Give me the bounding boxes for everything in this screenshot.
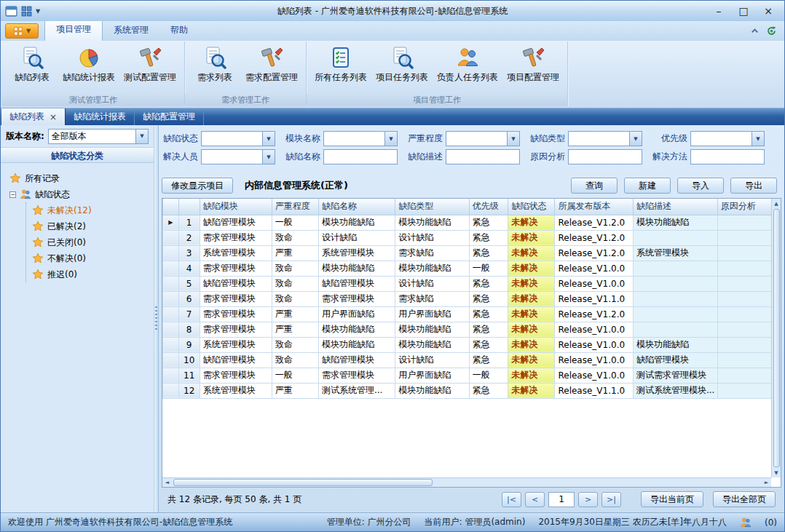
column-header-7[interactable]: 缺陷描述	[633, 199, 717, 215]
export-all-pages-button[interactable]: 导出全部页	[713, 491, 776, 507]
import-button[interactable]: 导入	[677, 178, 724, 194]
filter-row-row1: 缺陷状态▼模块名称▼严重程度▼缺陷类型▼优先级▼	[162, 130, 783, 148]
filter-combo-row1-3[interactable]: ▼	[568, 131, 642, 146]
new-button[interactable]: 新建	[624, 178, 671, 194]
tree-item-defect-status[interactable]: − 缺陷状态	[7, 186, 148, 202]
ribbon-button-2-3[interactable]: 项目配置管理	[503, 44, 563, 85]
first-page-button[interactable]: |<	[502, 492, 521, 507]
filter-input-row2-1[interactable]	[323, 149, 398, 164]
ribbon-button-label: 项目配置管理	[507, 71, 559, 84]
grid-cell: 紧急	[469, 306, 508, 322]
filter-combo-row1-4[interactable]: ▼	[690, 131, 765, 146]
table-row[interactable]: 9系统管理模块致命模块功能缺陷模块功能缺陷紧急未解决Release_V1.0.0…	[163, 337, 772, 352]
table-row[interactable]: ▶1缺陷管理模块一般模块功能缺陷模块功能缺陷紧急未解决Release_V1.2.…	[163, 215, 772, 230]
application-menu-button[interactable]: ▼	[5, 23, 39, 39]
export-button[interactable]: 导出	[730, 178, 777, 194]
ribbon-tab-0[interactable]: 项目管理	[44, 19, 103, 41]
ribbon-group-0: 缺陷列表缺陷统计报表测试配置管理测试管理工作	[2, 41, 185, 106]
close-button[interactable]: ×	[757, 4, 780, 18]
prev-page-button[interactable]: <	[525, 492, 545, 507]
table-row[interactable]: 5缺陷管理模块致命缺陷管理模块设计缺陷紧急未解决Release_V1.0.0	[163, 276, 772, 291]
doc-tab-1[interactable]: 缺陷统计报表	[66, 108, 135, 125]
column-header-3[interactable]: 缺陷类型	[395, 199, 469, 215]
maximize-button[interactable]: □	[732, 4, 755, 18]
column-header-6[interactable]: 所属发布版本	[555, 199, 633, 215]
ribbon-button-2-1[interactable]: 项目任务列表	[372, 44, 432, 85]
tree-item-status-1[interactable]: 已解决(2)	[32, 218, 148, 234]
grid-vertical-scrollbar[interactable]: ▲ ▼	[771, 199, 781, 477]
app-icon[interactable]	[5, 5, 17, 17]
table-row[interactable]: 10缺陷管理模块致命缺陷管理模块设计缺陷紧急未解决Release_V1.0.0缺…	[163, 352, 772, 368]
vertical-scroll-thumb[interactable]	[773, 209, 780, 467]
query-button[interactable]: 查询	[571, 178, 618, 194]
quick-access-dropdown-icon[interactable]: ▼	[36, 8, 40, 15]
filter-combo-row2-0[interactable]: ▼	[201, 149, 275, 164]
ribbon-button-1-0[interactable]: 需求列表	[189, 44, 240, 85]
grid-cell	[717, 261, 771, 276]
collapse-toggle-icon[interactable]: −	[9, 191, 16, 198]
close-tab-icon[interactable]: ×	[50, 113, 57, 122]
ribbon-tab-1[interactable]: 系统管理	[103, 20, 159, 41]
table-row[interactable]: 2需求管理模块致命设计缺陷设计缺陷紧急未解决Release_V1.2.0	[163, 230, 772, 245]
ribbon-collapse-icon[interactable]	[749, 25, 760, 36]
grid-cell: 设计缺陷	[395, 230, 469, 245]
filter-combo-row1-1[interactable]: ▼	[323, 131, 398, 146]
table-row[interactable]: 7需求管理模块严重用户界面缺陷用户界面缺陷紧急未解决Release_V1.2.0	[163, 306, 772, 322]
table-row[interactable]: 6需求管理模块致命需求管理模块需求缺陷紧急未解决Release_V1.1.0	[163, 291, 772, 306]
scroll-down-icon[interactable]: ▼	[772, 468, 781, 477]
page-number-input[interactable]	[548, 492, 575, 507]
filter-input-row2-3[interactable]	[568, 149, 642, 164]
horizontal-scroll-track[interactable]	[172, 478, 762, 488]
table-row[interactable]: 11需求管理模块一般需求管理模块用户界面缺陷一般未解决Release_V1.0.…	[163, 368, 772, 383]
column-header-4[interactable]: 优先级	[469, 199, 508, 215]
refresh-icon[interactable]	[766, 25, 777, 36]
scroll-left-icon[interactable]: ◄	[162, 478, 172, 488]
tree-item-all-records[interactable]: 所有记录	[7, 170, 148, 186]
ribbon-button-1-1[interactable]: 需求配置管理	[242, 44, 301, 85]
quick-access-grid-icon[interactable]	[20, 5, 33, 17]
tree-item-status-2[interactable]: 已关闭(0)	[32, 234, 148, 250]
column-header-1[interactable]: 严重程度	[272, 199, 318, 215]
column-header-5[interactable]: 缺陷状态	[508, 199, 555, 215]
grid-table: 缺陷模块严重程度缺陷名称缺陷类型优先级缺陷状态所属发布版本缺陷描述原因分析解决方…	[162, 199, 771, 399]
doc-tab-2[interactable]: 缺陷配置管理	[135, 108, 204, 125]
version-select[interactable]: 全部版本 ▼	[48, 129, 149, 144]
ribbon-button-2-2[interactable]: 负责人任务列表	[433, 44, 502, 85]
minimize-button[interactable]: –	[707, 4, 730, 18]
column-header-2[interactable]: 缺陷名称	[318, 199, 395, 215]
scroll-right-icon[interactable]: ►	[762, 478, 771, 488]
ribbon-button-0-1[interactable]: 缺陷统计报表	[59, 44, 119, 85]
filter-input-row2-2[interactable]	[446, 149, 520, 164]
datetime-text: 2015年9月30日星期三 农历乙未[羊]年八月十八	[538, 516, 727, 528]
grid-cell: 一般	[469, 261, 508, 276]
record-count: 共 12 条记录, 每页 50 条, 共 1 页	[167, 493, 301, 506]
ribbon-button-0-2[interactable]: 测试配置管理	[120, 44, 180, 85]
scroll-up-icon[interactable]: ▲	[772, 199, 781, 208]
tree-item-status-4[interactable]: 推迟(0)	[32, 266, 148, 282]
doc-tab-0[interactable]: 缺陷列表×	[1, 108, 66, 125]
tree-item-status-0[interactable]: 未解决(12)	[32, 202, 148, 218]
table-row[interactable]: 4需求管理模块致命模块功能缺陷模块功能缺陷一般未解决Release_V1.0.0	[163, 261, 772, 276]
ribbon-button-2-0[interactable]: 所有任务列表	[311, 44, 371, 85]
tree-item-status-3[interactable]: 不解决(0)	[32, 250, 148, 266]
last-page-button[interactable]: >|	[601, 492, 621, 507]
ribbon-button-0-0[interactable]: 缺陷列表	[7, 44, 58, 85]
column-header-8[interactable]: 原因分析	[717, 199, 771, 215]
filter-combo-row1-2[interactable]: ▼	[446, 131, 520, 146]
sidebar-splitter[interactable]	[154, 125, 159, 512]
tree-item-label: 推迟(0)	[47, 269, 77, 281]
grid-cell: 设计缺陷	[395, 276, 469, 291]
table-row[interactable]: 12系统管理模块严重测试系统管理...模块功能缺陷紧急未解决Release_V1…	[163, 383, 772, 398]
version-row: 版本名称: 全部版本 ▼	[1, 125, 154, 147]
table-row[interactable]: 8需求管理模块严重模块功能缺陷模块功能缺陷紧急未解决Release_V1.0.0	[163, 322, 772, 337]
table-row[interactable]: 3系统管理模块严重系统管理模块需求缺陷紧急未解决Release_V1.2.0系统…	[163, 245, 772, 261]
next-page-button[interactable]: >	[578, 492, 598, 507]
filter-combo-row1-0[interactable]: ▼	[201, 131, 275, 146]
filter-input-row2-4[interactable]	[690, 149, 765, 164]
column-header-0[interactable]: 缺陷模块	[200, 199, 272, 215]
modify-columns-button[interactable]: 修改显示项目	[162, 178, 233, 194]
horizontal-scroll-thumb[interactable]	[173, 479, 433, 486]
ribbon-tab-2[interactable]: 帮助	[159, 20, 199, 41]
grid-horizontal-scrollbar[interactable]: ◄ ►	[162, 477, 771, 487]
export-current-page-button[interactable]: 导出当前页	[641, 491, 703, 507]
